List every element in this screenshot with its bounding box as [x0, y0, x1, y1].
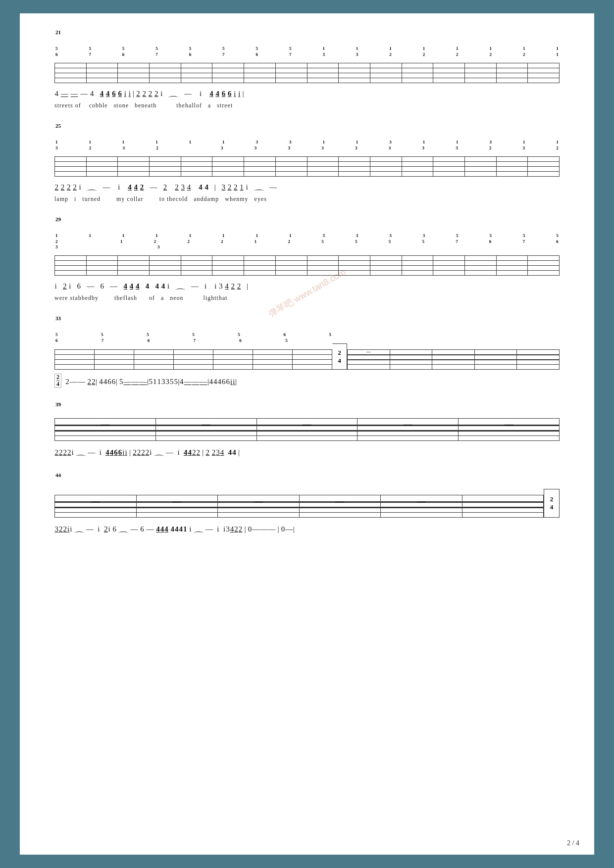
fret-label: 6	[55, 338, 58, 343]
fret-label: 3	[355, 145, 358, 150]
note: 2	[163, 181, 167, 193]
note: i	[230, 375, 232, 388]
note: 4	[175, 523, 179, 535]
barline: |	[133, 90, 134, 97]
barline: |	[129, 446, 131, 459]
note: 2	[141, 446, 145, 459]
note: 5	[119, 375, 123, 388]
note: —	[86, 523, 94, 535]
note: —	[268, 523, 275, 535]
note: —	[260, 523, 267, 535]
main-content: 弹琴吧 www.tan8.com 21 5 5 5 5 5 5 5 5 1 1	[40, 23, 574, 563]
note: 4	[134, 181, 138, 193]
note: 2	[59, 446, 63, 459]
tab-grid-25	[54, 156, 560, 177]
note: 4	[209, 375, 213, 388]
note: —	[150, 181, 157, 193]
note: —	[184, 87, 192, 100]
note: 2	[65, 375, 69, 388]
fret-label: 1	[222, 233, 225, 238]
fret-label: 1	[489, 46, 492, 51]
note: 1	[157, 375, 161, 388]
barline: |	[235, 375, 237, 388]
fret-label: 5	[389, 239, 391, 244]
note: 2	[63, 446, 67, 459]
note: i	[108, 523, 110, 535]
fret-label: 6	[55, 52, 58, 57]
note: 4	[205, 181, 209, 193]
fret-label: 3	[356, 52, 358, 57]
note: 4	[99, 375, 103, 388]
note: —	[252, 523, 259, 535]
fret-label: 7	[289, 52, 292, 57]
fret-label: 6	[283, 332, 286, 337]
note: i	[205, 280, 206, 292]
note: 3	[226, 523, 230, 535]
note: 0	[281, 523, 285, 535]
fret-label: 1	[556, 52, 559, 57]
tie	[87, 190, 97, 193]
tie	[74, 531, 84, 534]
fret-label: 6	[256, 52, 258, 57]
section-21: 21 5 5 5 5 5 5 5 5 1 1 1 1 1	[54, 28, 560, 109]
note: 4	[184, 446, 188, 459]
note: 6	[77, 280, 81, 292]
note: —	[87, 280, 94, 292]
fret-label: 1	[89, 233, 91, 238]
fret-label: 1	[423, 46, 425, 51]
note: 4	[105, 446, 109, 459]
note: 2	[104, 523, 108, 535]
note: 4	[106, 87, 110, 100]
note: 1	[183, 523, 187, 535]
note: 4	[220, 446, 224, 459]
note: i	[177, 446, 179, 459]
fret-label: 5	[238, 332, 240, 337]
note: 4	[180, 375, 184, 388]
notation-row-21: 4 — — — 4 4 4 6 6 i i | 2 2 2 2 i	[54, 87, 560, 100]
note: 1	[240, 181, 244, 193]
time-sig-num: 2	[338, 349, 341, 357]
time-sig-inline: 2 4	[54, 374, 61, 388]
note: 6	[112, 523, 116, 535]
note: 4	[228, 446, 232, 459]
fret-label: 5	[329, 332, 331, 337]
tie	[194, 531, 204, 534]
note: —	[132, 375, 139, 388]
note: 2	[154, 87, 158, 100]
fret-label: 3	[221, 145, 223, 150]
note: 1	[153, 375, 157, 388]
fret-label: 1	[389, 46, 392, 51]
fret-label: 3	[489, 140, 492, 145]
fret-label: 1	[189, 233, 192, 238]
note: 4	[155, 280, 159, 292]
tab-grid-44: — — — —	[54, 495, 544, 518]
note: 6	[101, 280, 104, 292]
fret-label: 5	[55, 332, 58, 337]
note: 4	[136, 280, 140, 292]
fret-label: 3	[356, 233, 358, 238]
lyrics-row-25: lamp i turned my collar to thecold andda…	[54, 195, 560, 203]
note: 2	[192, 446, 196, 459]
note: 3	[222, 181, 226, 193]
tab-grid-29	[54, 255, 560, 276]
sheet-music-page: 弹琴吧 www.tan8.com 21 5 5 5 5 5 5 5 5 1 1	[20, 13, 594, 855]
fret-label: 5	[147, 332, 149, 337]
note: 3	[181, 181, 185, 193]
note: —	[184, 375, 192, 388]
note: 2	[234, 523, 238, 535]
note: 4	[225, 280, 229, 292]
note: 2	[73, 181, 77, 193]
note: —	[124, 375, 131, 388]
note: —	[61, 87, 68, 100]
barline: |	[277, 523, 279, 535]
fret-label: 1	[423, 140, 425, 145]
fret-label: 6	[148, 338, 150, 343]
fret-label: 1	[356, 140, 358, 145]
note: —	[102, 181, 110, 193]
note: i	[69, 280, 71, 292]
note: i	[129, 87, 131, 100]
note: 6	[118, 446, 122, 459]
fret-label: 2	[489, 52, 492, 57]
fret-label: 3	[55, 244, 58, 249]
note: —	[78, 375, 85, 388]
